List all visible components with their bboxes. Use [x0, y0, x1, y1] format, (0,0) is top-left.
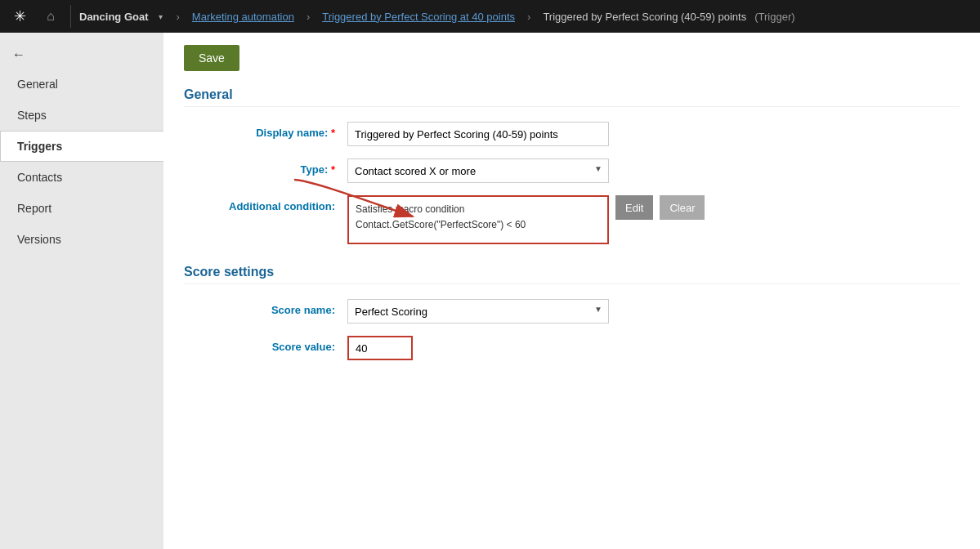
type-control: Contact scored X or more — [347, 158, 609, 183]
sidebar-item-triggers[interactable]: Triggers — [0, 131, 163, 162]
type-required: * — [331, 163, 335, 176]
score-name-select[interactable]: Perfect Scoring — [347, 299, 609, 324]
general-section: General Display name: * Type: * — [184, 87, 960, 244]
nav-divider — [70, 5, 71, 28]
score-value-label: Score value: — [184, 336, 347, 353]
type-select[interactable]: Contact scored X or more — [347, 158, 609, 183]
breadcrumb-sep-2: › — [307, 11, 310, 23]
app-caret: ▾ — [159, 12, 163, 21]
clear-button[interactable]: Clear — [660, 195, 705, 220]
condition-line2: Contact.GetScore("PerfectScore") < 60 — [356, 217, 601, 233]
display-name-required: * — [331, 127, 335, 139]
edit-button[interactable]: Edit — [615, 195, 653, 220]
breadcrumb-level1[interactable]: Triggered by Perfect Scoring at 40 point… — [322, 11, 515, 23]
sidebar-item-contacts[interactable]: Contacts — [0, 162, 163, 193]
topbar: ✳ ⌂ Dancing Goat ▾ › Marketing automatio… — [0, 0, 980, 33]
breadcrumb-trigger-label: (Trigger) — [754, 11, 794, 23]
type-row: Type: * Contact scored X or more — [184, 158, 960, 183]
additional-condition-row: Additional condition: Satisfies macro co… — [184, 195, 960, 244]
display-name-row: Display name: * — [184, 122, 960, 146]
app-name[interactable]: Dancing Goat — [79, 11, 149, 23]
score-name-label: Score name: — [184, 299, 347, 316]
breadcrumb-sep-1: › — [177, 11, 180, 23]
sidebar-item-report[interactable]: Report — [0, 193, 163, 224]
sidebar-item-general[interactable]: General — [0, 69, 163, 100]
page-layout: ← General Steps Triggers Contacts Report… — [0, 33, 980, 549]
type-label: Type: * — [184, 158, 347, 176]
condition-line1: Satisfies macro condition — [356, 202, 601, 217]
score-section-title: Score settings — [184, 265, 960, 284]
score-value-control — [347, 336, 413, 360]
save-button[interactable]: Save — [184, 45, 239, 71]
back-button[interactable]: ← — [0, 41, 163, 69]
sidebar-item-steps[interactable]: Steps — [0, 100, 163, 131]
sidebar-item-versions[interactable]: Versions — [0, 224, 163, 255]
additional-condition-label: Additional condition: — [184, 195, 347, 212]
additional-condition-control: Satisfies macro condition Contact.GetSco… — [347, 195, 705, 244]
breadcrumb-module[interactable]: Marketing automation — [192, 11, 294, 23]
display-name-input[interactable] — [347, 122, 609, 146]
logo-icon[interactable]: ✳ — [8, 5, 31, 28]
condition-box: Satisfies macro condition Contact.GetSco… — [347, 195, 609, 244]
score-name-control: Perfect Scoring — [347, 299, 609, 324]
score-value-row: Score value: — [184, 336, 960, 360]
breadcrumb-sep-3: › — [527, 11, 530, 23]
score-settings-section: Score settings Score name: Perfect Scori… — [184, 265, 960, 360]
display-name-label: Display name: * — [184, 122, 347, 139]
general-section-title: General — [184, 87, 960, 107]
score-name-row: Score name: Perfect Scoring — [184, 299, 960, 324]
display-name-control — [347, 122, 609, 146]
home-icon[interactable]: ⌂ — [39, 5, 62, 28]
main-content: Save General Display name: * Type: * — [163, 33, 980, 549]
sidebar: ← General Steps Triggers Contacts Report… — [0, 33, 163, 549]
breadcrumb-level2: Triggered by Perfect Scoring (40-59) poi… — [543, 11, 746, 23]
score-name-select-wrapper: Perfect Scoring — [347, 299, 609, 324]
type-select-wrapper: Contact scored X or more — [347, 158, 609, 183]
score-value-input[interactable] — [347, 336, 413, 360]
